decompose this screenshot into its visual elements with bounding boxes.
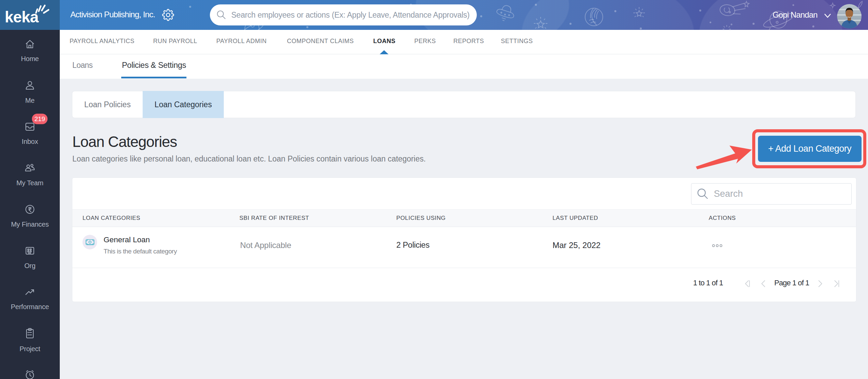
svg-text:keka: keka	[5, 8, 39, 26]
